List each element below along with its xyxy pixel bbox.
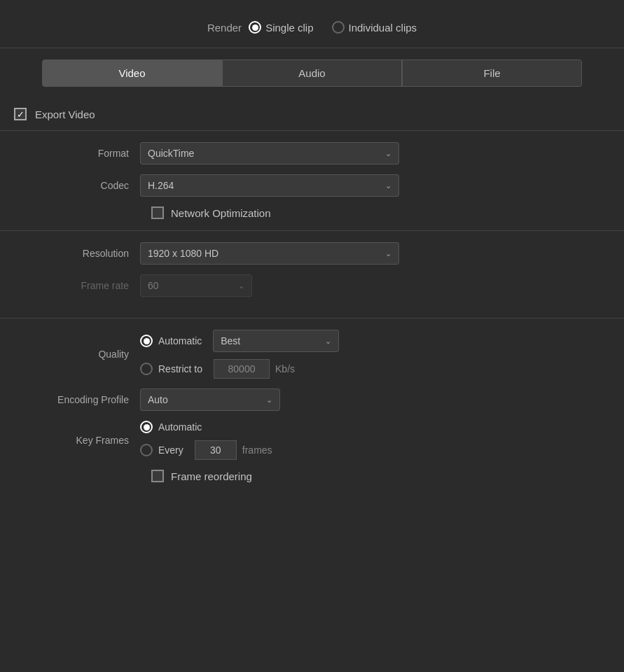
frame-rate-value: 60 bbox=[148, 280, 159, 291]
keyframes-value-input[interactable] bbox=[195, 440, 237, 460]
single-clip-radio[interactable]: Single clip bbox=[249, 21, 313, 34]
codec-label: Codec bbox=[14, 180, 140, 191]
resolution-chevron-icon: ⌄ bbox=[385, 249, 391, 258]
export-video-checkbox[interactable] bbox=[14, 108, 27, 120]
quality-restrict-radio[interactable] bbox=[140, 363, 153, 375]
quality-section: Quality Automatic Best ⌄ Restrict to Kb/… bbox=[0, 318, 624, 493]
quality-bitrate-input[interactable] bbox=[214, 359, 270, 379]
quality-automatic-label: Automatic bbox=[158, 335, 202, 346]
quality-automatic-radio[interactable] bbox=[140, 335, 153, 347]
resolution-row: Resolution 1920 x 1080 HD ⌄ bbox=[14, 242, 610, 265]
quality-label: Quality bbox=[14, 349, 140, 360]
keyframes-every-label: Every bbox=[158, 444, 183, 456]
quality-best-dropdown[interactable]: Best ⌄ bbox=[213, 330, 339, 352]
format-dropdown[interactable]: QuickTime ⌄ bbox=[140, 142, 399, 164]
kbps-label: Kb/s bbox=[275, 363, 295, 374]
individual-clips-radio[interactable]: Individual clips bbox=[332, 21, 417, 34]
network-opt-checkbox[interactable] bbox=[151, 206, 164, 219]
single-clip-label: Single clip bbox=[265, 22, 313, 34]
frame-reorder-label: Frame reordering bbox=[171, 470, 252, 482]
encoding-profile-dropdown[interactable]: Auto ⌄ bbox=[140, 388, 280, 411]
format-label: Format bbox=[14, 148, 140, 159]
render-label: Render bbox=[207, 22, 242, 34]
quality-automatic-row: Automatic Best ⌄ bbox=[140, 330, 339, 352]
quality-options: Automatic Best ⌄ Restrict to Kb/s bbox=[140, 330, 339, 379]
quality-restrict-label: Restrict to bbox=[158, 363, 202, 374]
codec-row: Codec H.264 ⌄ bbox=[14, 174, 610, 197]
resolution-dropdown[interactable]: 1920 x 1080 HD ⌄ bbox=[140, 242, 399, 265]
quality-best-chevron-icon: ⌄ bbox=[325, 337, 331, 346]
export-video-label: Export Video bbox=[35, 108, 95, 120]
network-opt-label: Network Optimization bbox=[171, 207, 271, 219]
format-row: Format QuickTime ⌄ bbox=[14, 142, 610, 164]
frame-rate-row: Frame rate 60 ⌄ bbox=[14, 274, 610, 297]
format-chevron-icon: ⌄ bbox=[385, 149, 391, 158]
encoding-profile-chevron-icon: ⌄ bbox=[266, 396, 272, 405]
tab-audio[interactable]: Audio bbox=[222, 59, 402, 87]
frame-reorder-row: Frame reordering bbox=[151, 470, 610, 482]
export-video-row: Export Video bbox=[0, 98, 624, 130]
keyframes-automatic-row: Automatic bbox=[140, 421, 272, 433]
frame-rate-label: Frame rate bbox=[14, 280, 140, 291]
codec-value: H.264 bbox=[148, 180, 174, 191]
encoding-profile-value: Auto bbox=[148, 394, 168, 405]
resolution-section: Resolution 1920 x 1080 HD ⌄ Frame rate 6… bbox=[0, 231, 624, 318]
tabs-row: Video Audio File bbox=[0, 48, 624, 98]
keyframes-every-row: Every frames bbox=[140, 440, 272, 460]
encoding-profile-row: Encoding Profile Auto ⌄ bbox=[14, 388, 610, 411]
frame-reorder-checkbox[interactable] bbox=[151, 470, 164, 482]
key-frames-label: Key Frames bbox=[14, 435, 140, 446]
codec-chevron-icon: ⌄ bbox=[385, 181, 391, 190]
keyframes-every-radio[interactable] bbox=[140, 444, 153, 456]
keyframes-options: Automatic Every frames bbox=[140, 421, 272, 460]
format-section: Format QuickTime ⌄ Codec H.264 ⌄ Network… bbox=[0, 131, 624, 230]
resolution-label: Resolution bbox=[14, 248, 140, 259]
frame-rate-chevron-icon: ⌄ bbox=[238, 281, 244, 290]
network-opt-row: Network Optimization bbox=[151, 206, 610, 219]
codec-dropdown[interactable]: H.264 ⌄ bbox=[140, 174, 399, 197]
keyframes-automatic-radio[interactable] bbox=[140, 421, 153, 433]
quality-best-value: Best bbox=[221, 335, 240, 346]
quality-restrict-row: Restrict to Kb/s bbox=[140, 359, 339, 379]
keyframes-automatic-label: Automatic bbox=[158, 421, 202, 433]
individual-clips-label: Individual clips bbox=[349, 22, 417, 34]
resolution-value: 1920 x 1080 HD bbox=[148, 248, 219, 259]
frame-rate-dropdown[interactable]: 60 ⌄ bbox=[140, 274, 252, 297]
quality-row: Quality Automatic Best ⌄ Restrict to Kb/… bbox=[14, 330, 610, 379]
main-container: Render Single clip Individual clips Vide… bbox=[0, 0, 624, 507]
render-row: Render Single clip Individual clips bbox=[0, 14, 624, 48]
tab-video[interactable]: Video bbox=[42, 59, 222, 87]
single-clip-radio-indicator bbox=[249, 21, 261, 34]
encoding-profile-label: Encoding Profile bbox=[14, 394, 140, 405]
frames-label: frames bbox=[242, 444, 272, 456]
format-value: QuickTime bbox=[148, 148, 194, 159]
key-frames-row: Key Frames Automatic Every frames bbox=[14, 421, 610, 460]
tab-file[interactable]: File bbox=[402, 59, 582, 87]
individual-clips-radio-indicator bbox=[332, 21, 345, 34]
